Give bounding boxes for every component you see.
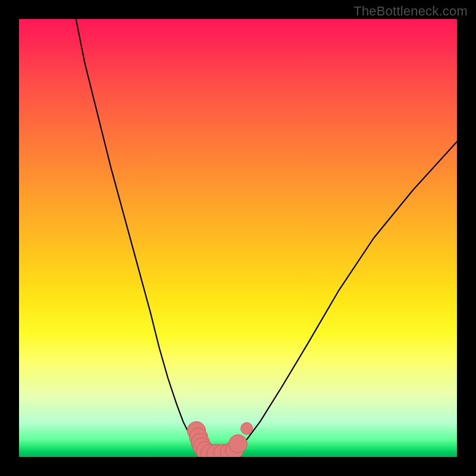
valley-marker (229, 434, 248, 453)
valley-marker (241, 422, 253, 434)
curve-layer (19, 19, 457, 457)
plot-area (19, 19, 457, 457)
bottleneck-curve (76, 19, 457, 453)
attribution-label: TheBottleneck.com (353, 4, 468, 19)
chart-frame: TheBottleneck.com (0, 0, 476, 476)
valley-markers (187, 421, 253, 457)
